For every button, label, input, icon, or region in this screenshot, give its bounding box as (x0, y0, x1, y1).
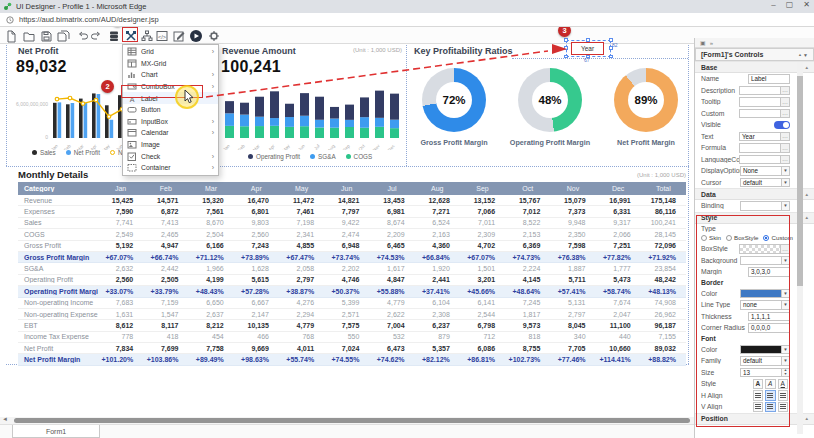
languagecode-control[interactable]: … (739, 155, 790, 165)
dropdown-arrow-icon[interactable]: ▼ (782, 166, 790, 176)
table-cell: 15,079 (550, 197, 595, 204)
redo-icon[interactable] (88, 28, 103, 43)
selection-handle[interactable] (586, 38, 590, 42)
menu-item-label: Check (141, 153, 160, 160)
selection-handle[interactable] (609, 46, 613, 50)
name-control[interactable]: Label (748, 74, 790, 84)
table-cell: 6,650 (188, 299, 233, 306)
tooltip-control[interactable]: … (739, 97, 790, 107)
chevron-up-icon[interactable]: ▲ (805, 65, 809, 70)
description-control[interactable]: … (739, 86, 790, 96)
save-all-icon[interactable] (55, 28, 70, 43)
form1-tab[interactable]: Form1 (12, 425, 100, 438)
table-cell: 9,573 (505, 322, 550, 329)
selection-handle[interactable] (564, 46, 568, 50)
column-header: Total (641, 185, 686, 192)
ellipsis-button[interactable]: … (781, 143, 790, 153)
close-icon[interactable]: ✕ (803, 0, 810, 9)
menu-item-calendar[interactable]: Calendar› (123, 127, 218, 139)
table-cell: 2,047 (596, 311, 641, 318)
chevron-up-icon[interactable]: ▲ (805, 215, 809, 220)
text-control[interactable]: Year… (739, 132, 790, 142)
year-label-control[interactable]: Year (571, 42, 604, 55)
panel-scrollbar[interactable]: ▲ ▼ (797, 62, 803, 434)
cursor-control[interactable]: default▼ (740, 178, 790, 188)
row-label: Expenses (18, 208, 98, 215)
binding-control[interactable]: ▼ (740, 201, 790, 211)
table-cell: 8,755 (505, 345, 550, 352)
code-icon[interactable]: </> (154, 28, 169, 43)
menu-item-container[interactable]: Container› (123, 162, 218, 174)
ellipsis-button[interactable]: … (781, 86, 790, 96)
table-cell: +55.88% (369, 288, 414, 295)
collapse-panel-icon[interactable]: » (710, 40, 713, 46)
ellipsis-button[interactable]: … (781, 97, 790, 107)
settings-icon[interactable] (206, 28, 221, 43)
minimize-icon[interactable]: – (771, 0, 775, 9)
table-cell: 1,547 (143, 311, 188, 318)
horizontal-scrollbar[interactable]: ◄ (0, 417, 694, 424)
menu-item-label: Chart (141, 71, 158, 78)
new-file-icon[interactable] (3, 28, 18, 43)
browser-title-bar: UI Designer - Profile 1 - Microsoft Edge… (0, 0, 814, 13)
chevron-up-icon[interactable]: ▲ (805, 192, 809, 197)
ellipsis-button[interactable]: … (781, 132, 790, 142)
menu-item-chart[interactable]: Chart› (123, 69, 218, 81)
selection-handle[interactable] (564, 38, 568, 42)
table-cell: 7,705 (550, 345, 595, 352)
visible-control[interactable] (774, 120, 790, 130)
table-cell: 7,243 (234, 242, 279, 249)
scroll-up-icon[interactable]: ▲ (797, 50, 803, 58)
maximize-icon[interactable]: ▢ (786, 0, 794, 9)
table-cell: 712 (460, 333, 505, 340)
menu-item-button[interactable]: Button (123, 104, 218, 116)
menu-item-mx-grid[interactable]: MX-Grid (123, 58, 218, 70)
table-cell: 6,331 (596, 208, 641, 215)
selection-handle[interactable] (564, 55, 568, 59)
chevron-down-icon[interactable]: ▼ (803, 52, 808, 58)
table-cell: 1,501 (460, 265, 505, 272)
formula-control[interactable]: … (739, 143, 790, 153)
chevron-up-icon[interactable]: ▲ (805, 416, 809, 421)
selection-handle[interactable] (609, 38, 613, 42)
table-cell: 879 (415, 333, 460, 340)
visible-toggle[interactable] (774, 121, 790, 129)
panel-scroll-thumb[interactable] (797, 76, 803, 286)
displayoption-control[interactable]: None▼ (740, 166, 790, 176)
table-cell: 4,947 (143, 242, 188, 249)
dock-window-icon[interactable]: ▣ (700, 39, 706, 46)
custom-control[interactable]: … (739, 109, 790, 119)
hierarchy-icon[interactable] (139, 28, 154, 43)
selection-handle[interactable] (586, 55, 590, 59)
edit-icon[interactable] (171, 28, 186, 43)
menu-item-check[interactable]: Check› (123, 150, 218, 162)
table-cell: 2,442 (143, 265, 188, 272)
run-icon[interactable] (188, 28, 203, 43)
h-scroll-thumb[interactable] (14, 418, 690, 423)
menu-item-image[interactable]: Image (123, 139, 218, 151)
table-cell: 5,615 (234, 276, 279, 283)
table-cell: 7,741 (98, 219, 143, 226)
legend-marker-icon (110, 150, 115, 155)
menu-item-inputbox[interactable]: InputBox› (123, 116, 218, 128)
table-cell: +58.74% (596, 288, 641, 295)
table-cell: 7,674 (596, 299, 641, 306)
table-cell: +73.89% (234, 254, 279, 261)
row-label: Gross Profit Margin (18, 254, 98, 261)
ellipsis-button[interactable]: … (781, 155, 790, 165)
menu-item-grid[interactable]: Grid› (123, 46, 218, 58)
page-info-icon (6, 16, 14, 24)
dropdown-arrow-icon[interactable]: ▼ (782, 178, 790, 188)
scroll-left-icon[interactable]: ◄ (2, 416, 8, 422)
dropdown-arrow-icon[interactable]: ▼ (782, 201, 790, 211)
table-cell: 7,155 (641, 333, 686, 340)
table-cell: 6,801 (234, 208, 279, 215)
table-cell: +77.82% (596, 254, 641, 261)
url-bar[interactable]: https://aud.bimatrix.com/AUD/designer.js… (0, 13, 814, 27)
open-folder-icon[interactable] (21, 28, 36, 43)
dataset-icon[interactable] (106, 28, 121, 43)
selection-handle[interactable] (609, 55, 613, 59)
save-icon[interactable] (38, 28, 53, 43)
table-cell: 89,032 (641, 345, 686, 352)
ellipsis-button[interactable]: … (781, 109, 790, 119)
